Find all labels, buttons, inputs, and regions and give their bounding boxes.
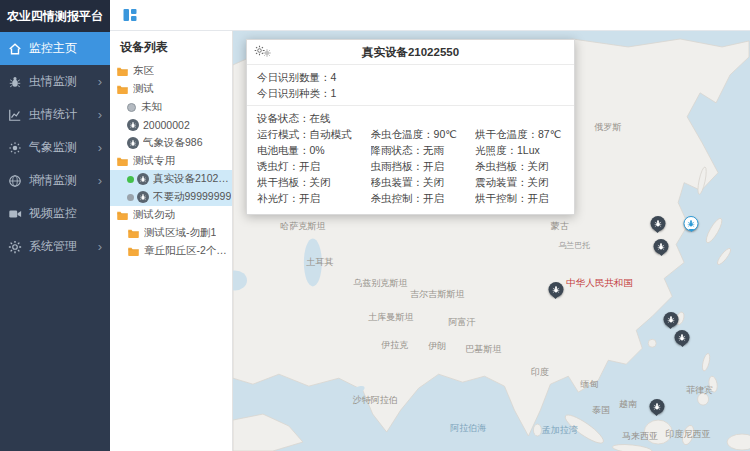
bug-glyph [666, 315, 675, 324]
tree-device-item[interactable]: 20000002 [110, 116, 232, 134]
settings-gears-icon[interactable] [254, 45, 271, 57]
device-icon [127, 137, 139, 149]
today-stat: 今日识别数量：4 [257, 69, 564, 85]
bug-icon [8, 75, 22, 89]
sidebar-item-label: 虫情统计 [29, 106, 77, 123]
tree-device-item[interactable]: 气象设备986 [110, 134, 232, 152]
tree-item-label: 测试 [133, 82, 154, 96]
sidebar-menu: 监控主页虫情监测›虫情统计›气象监测›墒情监测›视频监控系统管理› [0, 32, 110, 263]
device-tree: 东区测试未知20000002气象设备986测试专用真实设备21022550不要动… [110, 62, 232, 260]
device-param: 运行模式：自动模式 [257, 126, 371, 142]
device-marker[interactable] [649, 399, 664, 414]
map-canvas[interactable]: 俄罗斯哈萨克斯坦蒙古乌兰巴托中华人民共和国吉尔吉斯斯坦乌兹别克斯坦土库曼斯坦阿富… [233, 31, 750, 451]
tree-item-label: 不要动99999999 [153, 190, 231, 204]
bug-glyph [139, 175, 147, 183]
device-marker[interactable] [650, 216, 665, 231]
device-marker[interactable] [548, 282, 563, 297]
bug-glyph [551, 285, 560, 294]
popup-header: 真实设备21022550 [247, 40, 574, 65]
active-device-marker[interactable] [684, 216, 699, 231]
sidebar-item-video-monitor[interactable]: 视频监控 [0, 197, 110, 230]
bug-glyph [687, 219, 696, 228]
sidebar: 农业四情测报平台 监控主页虫情监测›虫情统计›气象监测›墒情监测›视频监控系统管… [0, 0, 110, 451]
tree-folder-item[interactable]: 章丘阳丘区-2个摄像头 [110, 242, 232, 260]
device-param: 烘干挡板：关闭 [257, 174, 371, 190]
device-marker[interactable] [663, 312, 678, 327]
sidebar-item-home[interactable]: 监控主页 [0, 32, 110, 65]
device-param: 杀虫挡板：关闭 [475, 158, 564, 174]
popup-title: 真实设备21022550 [362, 45, 459, 60]
today-stat: 今日识别种类：1 [257, 85, 564, 101]
device-marker[interactable] [654, 239, 669, 254]
chevron-right-icon: › [98, 240, 102, 253]
device-param: 诱虫灯：开启 [257, 158, 371, 174]
sidebar-item-system-admin[interactable]: 系统管理› [0, 230, 110, 263]
device-param: 烘干控制：开启 [475, 190, 564, 206]
folder-icon [116, 65, 129, 78]
sidebar-item-insect-monitor[interactable]: 虫情监测› [0, 65, 110, 98]
sidebar-item-soil-monitor[interactable]: 墒情监测› [0, 164, 110, 197]
bug-glyph [139, 193, 147, 201]
tree-device-item[interactable]: 未知 [110, 98, 232, 116]
sidebar-item-label: 系统管理 [29, 238, 77, 255]
bug-glyph [678, 333, 687, 342]
device-icon [137, 191, 149, 203]
tree-item-label: 20000002 [143, 119, 190, 131]
sidebar-item-weather-monitor[interactable]: 气象监测› [0, 131, 110, 164]
device-param: 虫雨挡板：开启 [371, 158, 475, 174]
popup-today-stats: 今日识别数量：4今日识别种类：1 [247, 65, 574, 106]
chevron-right-icon: › [98, 141, 102, 154]
bug-glyph [652, 402, 661, 411]
tree-item-label: 东区 [133, 64, 154, 78]
device-list-title: 设备列表 [110, 31, 232, 62]
device-param: 补光灯：开启 [257, 190, 371, 206]
tree-device-item[interactable]: 不要动99999999 [110, 188, 232, 206]
sidebar-item-label: 视频监控 [29, 205, 77, 222]
tree-item-label: 未知 [141, 100, 162, 114]
device-param: 光照度：1Lux [475, 142, 564, 158]
device-param: 震动装置：关闭 [475, 174, 564, 190]
tree-folder-item[interactable]: 测试专用 [110, 152, 232, 170]
sidebar-item-label: 监控主页 [29, 40, 77, 57]
device-param: 降雨状态：无雨 [371, 142, 475, 158]
sidebar-item-label: 虫情监测 [29, 73, 77, 90]
bug-glyph [653, 219, 662, 228]
tree-device-item[interactable]: 真实设备21022550 [110, 170, 232, 188]
bug-glyph [129, 121, 137, 129]
chart-icon [8, 108, 22, 122]
device-marker[interactable] [675, 330, 690, 345]
device-param: 移虫装置：关闭 [371, 174, 475, 190]
bug-glyph [129, 139, 137, 147]
layout-grid-icon[interactable] [122, 7, 138, 23]
popup-body: 设备状态：在线 运行模式：自动模式杀虫仓温度：90℃烘干仓温度：87℃电池电量：… [247, 106, 574, 214]
chevron-right-icon: › [98, 174, 102, 187]
tree-item-label: 气象设备986 [143, 136, 203, 150]
sidebar-item-insect-stats[interactable]: 虫情统计› [0, 98, 110, 131]
tree-item-label: 章丘阳丘区-2个摄像头 [144, 244, 232, 258]
device-status: 设备状态：在线 [257, 110, 564, 126]
tree-folder-item[interactable]: 测试勿动 [110, 206, 232, 224]
tree-item-label: 测试勿动 [133, 208, 175, 222]
sidebar-item-label: 气象监测 [29, 139, 77, 156]
folder-icon [116, 83, 129, 96]
globe-icon [8, 174, 22, 188]
status-dot [127, 194, 134, 201]
tree-item-label: 测试专用 [133, 154, 175, 168]
tree-folder-item[interactable]: 东区 [110, 62, 232, 80]
bug-glyph [657, 242, 666, 251]
home-icon [8, 42, 22, 56]
device-param: 杀虫控制：开启 [371, 190, 475, 206]
device-icon [137, 173, 149, 185]
device-param: 杀虫仓温度：90℃ [371, 126, 475, 142]
unknown-node-icon [127, 103, 136, 112]
folder-icon [116, 155, 129, 168]
tree-folder-item[interactable]: 测试区域-勿删1 [110, 224, 232, 242]
device-icon [127, 119, 139, 131]
sidebar-item-label: 墒情监测 [29, 172, 77, 189]
app-title: 农业四情测报平台 [0, 0, 110, 32]
tree-folder-item[interactable]: 测试 [110, 80, 232, 98]
main-area: 设备列表 东区测试未知20000002气象设备986测试专用真实设备210225… [110, 0, 750, 451]
app-window: 农业四情测报平台 监控主页虫情监测›虫情统计›气象监测›墒情监测›视频监控系统管… [0, 0, 750, 451]
device-info-popup: 真实设备21022550 今日识别数量：4今日识别种类：1 设备状态：在线 运行… [246, 39, 575, 215]
folder-icon [127, 245, 140, 258]
